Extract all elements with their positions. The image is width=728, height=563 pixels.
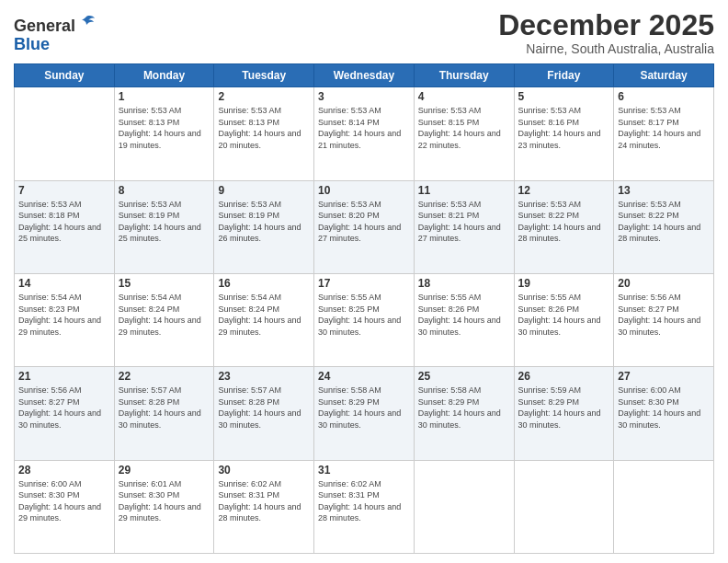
calendar-day-cell: 26Sunrise: 5:59 AMSunset: 8:29 PMDayligh… — [514, 367, 614, 460]
day-number: 31 — [318, 464, 410, 477]
day-info: Sunrise: 5:54 AMSunset: 8:24 PMDaylight:… — [218, 292, 310, 338]
calendar-day-cell: 30Sunrise: 6:02 AMSunset: 8:31 PMDayligh… — [214, 460, 314, 553]
calendar-day-cell: 10Sunrise: 5:53 AMSunset: 8:20 PMDayligh… — [314, 180, 415, 273]
day-number: 17 — [318, 277, 410, 290]
calendar-day-cell: 21Sunrise: 5:56 AMSunset: 8:27 PMDayligh… — [15, 367, 115, 460]
calendar-week-row: 14Sunrise: 5:54 AMSunset: 8:23 PMDayligh… — [15, 273, 714, 366]
calendar-day-cell: 1Sunrise: 5:53 AMSunset: 8:13 PMDaylight… — [114, 87, 214, 180]
calendar-day-cell: 14Sunrise: 5:54 AMSunset: 8:23 PMDayligh… — [15, 273, 115, 366]
day-number: 28 — [18, 464, 110, 477]
day-info: Sunrise: 5:54 AMSunset: 8:23 PMDaylight:… — [18, 292, 110, 338]
page: General Blue December 2025 Nairne, South… — [0, 0, 728, 563]
calendar-day-cell: 8Sunrise: 5:53 AMSunset: 8:19 PMDaylight… — [114, 180, 214, 273]
day-info: Sunrise: 5:53 AMSunset: 8:17 PMDaylight:… — [618, 105, 710, 151]
day-number: 19 — [518, 277, 610, 290]
day-info: Sunrise: 5:53 AMSunset: 8:21 PMDaylight:… — [418, 199, 510, 245]
day-number: 21 — [18, 370, 110, 383]
calendar-subtitle: Nairne, South Australia, Australia — [498, 41, 714, 56]
day-number: 18 — [418, 277, 510, 290]
header-thursday: Thursday — [414, 64, 514, 87]
day-number: 12 — [518, 184, 610, 197]
day-info: Sunrise: 5:58 AMSunset: 8:29 PMDaylight:… — [418, 385, 510, 431]
day-info: Sunrise: 5:59 AMSunset: 8:29 PMDaylight:… — [518, 385, 610, 431]
header-saturday: Saturday — [614, 64, 714, 87]
day-number: 30 — [218, 464, 310, 477]
calendar-day-cell: 9Sunrise: 5:53 AMSunset: 8:19 PMDaylight… — [214, 180, 314, 273]
day-number: 13 — [618, 184, 710, 197]
calendar-day-cell — [614, 460, 714, 553]
day-info: Sunrise: 5:53 AMSunset: 8:15 PMDaylight:… — [418, 105, 510, 151]
day-number: 4 — [418, 90, 510, 103]
day-number: 15 — [119, 277, 210, 290]
calendar-day-cell: 27Sunrise: 6:00 AMSunset: 8:30 PMDayligh… — [614, 367, 714, 460]
day-number: 20 — [618, 277, 710, 290]
calendar-day-cell: 24Sunrise: 5:58 AMSunset: 8:29 PMDayligh… — [314, 367, 415, 460]
calendar-day-cell: 4Sunrise: 5:53 AMSunset: 8:15 PMDaylight… — [414, 87, 514, 180]
day-info: Sunrise: 5:53 AMSunset: 8:13 PMDaylight:… — [119, 105, 210, 151]
day-number: 14 — [18, 277, 110, 290]
header-sunday: Sunday — [15, 64, 115, 87]
day-number: 8 — [119, 184, 210, 197]
day-number: 7 — [18, 184, 110, 197]
day-number: 2 — [218, 90, 310, 103]
calendar-day-cell: 25Sunrise: 5:58 AMSunset: 8:29 PMDayligh… — [414, 367, 514, 460]
day-number: 6 — [618, 90, 710, 103]
day-info: Sunrise: 6:02 AMSunset: 8:31 PMDaylight:… — [318, 478, 410, 524]
calendar-day-cell: 16Sunrise: 5:54 AMSunset: 8:24 PMDayligh… — [214, 273, 314, 366]
day-number: 9 — [218, 184, 310, 197]
day-number: 11 — [418, 184, 510, 197]
day-info: Sunrise: 6:00 AMSunset: 8:30 PMDaylight:… — [618, 385, 710, 431]
day-info: Sunrise: 5:53 AMSunset: 8:18 PMDaylight:… — [18, 199, 110, 245]
logo-blue-text: Blue — [14, 35, 50, 53]
header-wednesday: Wednesday — [314, 64, 415, 87]
day-info: Sunrise: 5:53 AMSunset: 8:19 PMDaylight:… — [119, 199, 210, 245]
day-number: 22 — [119, 370, 210, 383]
calendar-day-cell: 11Sunrise: 5:53 AMSunset: 8:21 PMDayligh… — [414, 180, 514, 273]
day-info: Sunrise: 5:56 AMSunset: 8:27 PMDaylight:… — [18, 385, 110, 431]
day-info: Sunrise: 5:58 AMSunset: 8:29 PMDaylight:… — [318, 385, 410, 431]
day-info: Sunrise: 5:55 AMSunset: 8:26 PMDaylight:… — [418, 292, 510, 338]
day-info: Sunrise: 6:01 AMSunset: 8:30 PMDaylight:… — [119, 478, 210, 524]
day-number: 25 — [418, 370, 510, 383]
logo: General Blue — [14, 13, 96, 54]
calendar-week-row: 28Sunrise: 6:00 AMSunset: 8:30 PMDayligh… — [15, 460, 714, 553]
calendar-day-cell: 23Sunrise: 5:57 AMSunset: 8:28 PMDayligh… — [214, 367, 314, 460]
day-info: Sunrise: 5:56 AMSunset: 8:27 PMDaylight:… — [618, 292, 710, 338]
calendar-day-cell: 18Sunrise: 5:55 AMSunset: 8:26 PMDayligh… — [414, 273, 514, 366]
day-number: 3 — [318, 90, 410, 103]
day-info: Sunrise: 5:53 AMSunset: 8:22 PMDaylight:… — [518, 199, 610, 245]
logo-general-text: General — [14, 17, 75, 35]
header: General Blue December 2025 Nairne, South… — [14, 9, 714, 56]
day-info: Sunrise: 6:00 AMSunset: 8:30 PMDaylight:… — [18, 478, 110, 524]
day-number: 24 — [318, 370, 410, 383]
calendar-week-row: 21Sunrise: 5:56 AMSunset: 8:27 PMDayligh… — [15, 367, 714, 460]
day-info: Sunrise: 5:54 AMSunset: 8:24 PMDaylight:… — [119, 292, 210, 338]
calendar-day-cell: 22Sunrise: 5:57 AMSunset: 8:28 PMDayligh… — [114, 367, 214, 460]
calendar-day-cell: 2Sunrise: 5:53 AMSunset: 8:13 PMDaylight… — [214, 87, 314, 180]
day-info: Sunrise: 5:53 AMSunset: 8:14 PMDaylight:… — [318, 105, 410, 151]
calendar-day-cell: 17Sunrise: 5:55 AMSunset: 8:25 PMDayligh… — [314, 273, 415, 366]
calendar-day-cell — [414, 460, 514, 553]
calendar-day-cell: 3Sunrise: 5:53 AMSunset: 8:14 PMDaylight… — [314, 87, 415, 180]
day-info: Sunrise: 5:55 AMSunset: 8:26 PMDaylight:… — [518, 292, 610, 338]
weekday-header-row: Sunday Monday Tuesday Wednesday Thursday… — [15, 64, 714, 87]
day-number: 16 — [218, 277, 310, 290]
day-info: Sunrise: 5:57 AMSunset: 8:28 PMDaylight:… — [119, 385, 210, 431]
header-monday: Monday — [114, 64, 214, 87]
day-info: Sunrise: 5:53 AMSunset: 8:16 PMDaylight:… — [518, 105, 610, 151]
calendar-week-row: 1Sunrise: 5:53 AMSunset: 8:13 PMDaylight… — [15, 87, 714, 180]
title-block: December 2025 Nairne, South Australia, A… — [498, 9, 714, 56]
calendar-day-cell: 15Sunrise: 5:54 AMSunset: 8:24 PMDayligh… — [114, 273, 214, 366]
day-info: Sunrise: 5:53 AMSunset: 8:19 PMDaylight:… — [218, 199, 310, 245]
calendar-day-cell: 29Sunrise: 6:01 AMSunset: 8:30 PMDayligh… — [114, 460, 214, 553]
day-info: Sunrise: 6:02 AMSunset: 8:31 PMDaylight:… — [218, 478, 310, 524]
day-number: 1 — [119, 90, 210, 103]
calendar-day-cell: 13Sunrise: 5:53 AMSunset: 8:22 PMDayligh… — [614, 180, 714, 273]
calendar-day-cell — [15, 87, 115, 180]
calendar-day-cell: 20Sunrise: 5:56 AMSunset: 8:27 PMDayligh… — [614, 273, 714, 366]
calendar-day-cell: 31Sunrise: 6:02 AMSunset: 8:31 PMDayligh… — [314, 460, 415, 553]
calendar-day-cell: 6Sunrise: 5:53 AMSunset: 8:17 PMDaylight… — [614, 87, 714, 180]
day-info: Sunrise: 5:55 AMSunset: 8:25 PMDaylight:… — [318, 292, 410, 338]
day-info: Sunrise: 5:53 AMSunset: 8:20 PMDaylight:… — [318, 199, 410, 245]
calendar-day-cell: 7Sunrise: 5:53 AMSunset: 8:18 PMDaylight… — [15, 180, 115, 273]
